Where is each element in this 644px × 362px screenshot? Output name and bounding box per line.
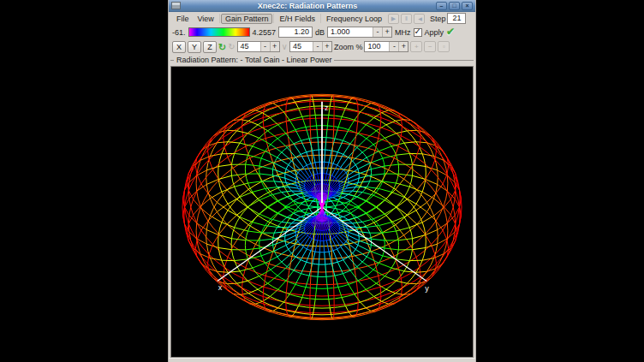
axis-z-button[interactable]: Z xyxy=(203,41,217,53)
zoom-input[interactable]: 100 xyxy=(365,42,389,51)
rotate-input[interactable]: 45 xyxy=(238,42,260,51)
rotate-disabled-icon: ↻ xyxy=(228,42,235,51)
rotate-increment-button[interactable]: + xyxy=(270,42,279,51)
zoom-in-icon: + xyxy=(414,43,419,50)
checkmark-icon: ✓ xyxy=(414,27,421,36)
axis-y-button[interactable]: Y xyxy=(188,41,201,53)
xnec2c-window: Xnec2c: Radiation Patterns – □ × File Vi… xyxy=(168,0,476,362)
apply-label: Apply xyxy=(425,28,444,37)
plot-area[interactable]: xyz xyxy=(170,66,474,358)
pattern-svg[interactable]: xyz xyxy=(171,67,474,356)
zoom-spinner: 100 - + xyxy=(364,41,408,52)
zoom-reset-button: ▫ xyxy=(438,41,450,52)
incline-increment-button[interactable]: + xyxy=(322,42,331,51)
db-unit-label: dB xyxy=(315,28,325,37)
incline-decrement-button[interactable]: - xyxy=(313,42,322,51)
step-input[interactable]: 21 xyxy=(447,13,466,24)
menu-separator xyxy=(219,14,220,23)
incline-spinner: 45 - + xyxy=(289,41,332,52)
loop-rewind-button[interactable]: ◀ xyxy=(414,14,425,24)
frequency-spinner: 1.000 - + xyxy=(327,27,392,38)
frequency-input[interactable]: 1.000 xyxy=(328,27,373,37)
minimize-button[interactable]: – xyxy=(436,2,447,10)
y-axis-label: y xyxy=(425,284,429,293)
gain-min-label: -61. xyxy=(172,28,186,37)
menu-eh-fields[interactable]: E/H Fields xyxy=(275,14,319,24)
mhz-label: MHz xyxy=(395,28,411,37)
zoom-out-icon: − xyxy=(428,43,432,50)
zoom-in-button: + xyxy=(410,41,422,52)
incline-toggle-button: ∨ xyxy=(282,41,288,53)
loop-pause-button[interactable]: ‖ xyxy=(401,14,412,24)
rotate-arrow-icon: ↻ xyxy=(218,42,226,52)
step-label: Step xyxy=(428,15,448,23)
pause-icon: ‖ xyxy=(405,15,408,21)
db-input[interactable]: 1.20 xyxy=(278,27,313,38)
colormap-gradient xyxy=(188,27,250,37)
pattern-axes xyxy=(218,102,426,282)
rewind-icon: ◀ xyxy=(418,16,420,21)
incline-input[interactable]: 45 xyxy=(290,42,313,51)
menu-bar: File View Gain Pattern E/H Fields Freque… xyxy=(169,12,475,25)
axis-x-button[interactable]: X xyxy=(172,41,186,53)
z-axis-label: z xyxy=(325,104,329,112)
zoom-decrement-button[interactable]: - xyxy=(389,42,398,51)
title-bar[interactable]: Xnec2c: Radiation Patterns – □ × xyxy=(169,0,475,12)
loop-play-button[interactable]: ▶ xyxy=(388,14,399,24)
play-icon: ▶ xyxy=(391,15,396,21)
rotate-reset-button[interactable]: ↻ xyxy=(218,41,226,53)
x-axis-label: x xyxy=(218,283,223,292)
close-button[interactable]: × xyxy=(462,2,473,10)
maximize-button[interactable]: □ xyxy=(449,2,460,10)
gain-toolbar: -61. 4.2557 1.20 dB 1.000 - + MHz ✓ Appl… xyxy=(169,25,475,39)
zoom-reset-icon: ▫ xyxy=(443,43,445,50)
menu-gain-pattern[interactable]: Gain Pattern xyxy=(221,14,273,24)
window-icon[interactable] xyxy=(171,2,181,9)
menu-file[interactable]: File xyxy=(172,14,194,24)
apply-checkbox[interactable]: ✓ xyxy=(414,28,422,37)
menu-separator xyxy=(320,14,321,23)
zoom-out-button: − xyxy=(424,41,436,52)
chevron-down-icon: ∨ xyxy=(282,42,288,51)
view-toolbar: X Y Z ↻ ↻ 45 - + ∨ 45 - + Zoom % 100 - +… xyxy=(169,39,475,54)
window-bottom-border[interactable] xyxy=(169,358,475,362)
zoom-label: Zoom % xyxy=(334,43,363,51)
rotate-disabled-button: ↻ xyxy=(228,41,235,53)
rotate-spinner: 45 - + xyxy=(237,41,280,52)
frame-line xyxy=(334,60,474,61)
window-title: Xnec2c: Radiation Patterns xyxy=(181,2,434,10)
gain-max-label: 4.2557 xyxy=(253,28,277,37)
pattern-frame-label: Radiation Pattern: - Total Gain - Linear… xyxy=(174,56,334,64)
menu-separator xyxy=(273,14,274,23)
menu-view[interactable]: View xyxy=(194,14,218,24)
frequency-decrement-button[interactable]: - xyxy=(373,27,382,37)
apply-check-icon: ✔ xyxy=(446,26,455,38)
zoom-increment-button[interactable]: + xyxy=(398,42,408,51)
apply-confirm-button[interactable]: ✔ xyxy=(446,27,455,38)
pattern-frame-header: Radiation Pattern: - Total Gain - Linear… xyxy=(169,54,475,66)
rotate-decrement-button[interactable]: - xyxy=(260,42,270,51)
menu-frequency-loop[interactable]: Frequency Loop xyxy=(322,14,386,24)
frequency-increment-button[interactable]: + xyxy=(382,27,391,37)
